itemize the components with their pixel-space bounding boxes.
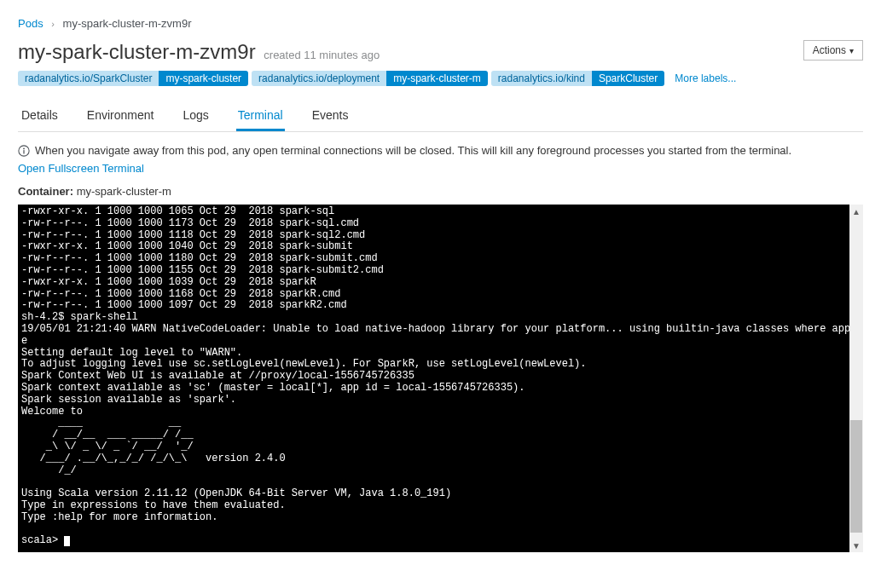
chevron-down-icon: ▾ [849, 46, 854, 55]
breadcrumb-separator: › [51, 19, 55, 29]
label-key: radanalytics.io/kind [491, 71, 592, 86]
terminal-warning: When you navigate away from this pod, an… [18, 144, 863, 157]
tab-details[interactable]: Details [20, 101, 60, 131]
page-title-block: my-spark-cluster-m-zvm9r created 11 minu… [18, 40, 380, 64]
breadcrumb-current: my-spark-cluster-m-zvm9r [63, 17, 192, 30]
label-pair[interactable]: radanalytics.io/deployment my-spark-clus… [252, 71, 488, 86]
container-name: my-spark-cluster-m [77, 185, 171, 198]
terminal-panel: -rwxr-xr-x. 1 1000 1000 1065 Oct 29 2018… [18, 205, 863, 552]
tabs: Details Environment Logs Terminal Events [18, 101, 863, 132]
label-key: radanalytics.io/SparkCluster [18, 71, 159, 86]
svg-rect-2 [23, 150, 24, 153]
tab-events[interactable]: Events [310, 101, 351, 131]
label-pair[interactable]: radanalytics.io/kind SparkCluster [491, 71, 664, 86]
actions-label: Actions [813, 44, 846, 56]
terminal-cursor [64, 536, 70, 546]
terminal-warning-text: When you navigate away from this pod, an… [35, 144, 791, 157]
tab-logs[interactable]: Logs [181, 101, 210, 131]
open-fullscreen-link[interactable]: Open Fullscreen Terminal [18, 162, 144, 175]
breadcrumb-root[interactable]: Pods [18, 17, 43, 30]
page-title: my-spark-cluster-m-zvm9r [18, 40, 256, 64]
tab-environment[interactable]: Environment [85, 101, 156, 131]
label-pair[interactable]: radanalytics.io/SparkCluster my-spark-cl… [18, 71, 248, 86]
terminal[interactable]: -rwxr-xr-x. 1 1000 1000 1065 Oct 29 2018… [18, 205, 849, 552]
scrollbar-thumb[interactable] [850, 420, 862, 533]
label-value: my-spark-cluster [159, 71, 248, 86]
more-labels-link[interactable]: More labels... [675, 72, 736, 84]
scroll-up-icon[interactable]: ▲ [849, 205, 863, 218]
breadcrumb: Pods › my-spark-cluster-m-zvm9r [18, 17, 863, 30]
actions-dropdown[interactable]: Actions ▾ [803, 40, 863, 61]
tab-terminal[interactable]: Terminal [236, 101, 285, 131]
labels-row: radanalytics.io/SparkCluster my-spark-cl… [18, 71, 863, 86]
scrollbar-track[interactable] [849, 218, 863, 539]
scrollbar[interactable]: ▲ ▼ [849, 205, 863, 552]
scroll-down-icon[interactable]: ▼ [849, 539, 863, 552]
label-value: my-spark-cluster-m [386, 71, 488, 86]
label-value: SparkCluster [592, 71, 664, 86]
container-label: Container: [18, 185, 73, 198]
label-key: radanalytics.io/deployment [252, 71, 386, 86]
svg-point-1 [23, 147, 25, 149]
created-timestamp: created 11 minutes ago [264, 49, 380, 61]
info-icon [18, 145, 30, 157]
terminal-output: -rwxr-xr-x. 1 1000 1000 1065 Oct 29 2018… [21, 205, 849, 546]
container-line: Container: my-spark-cluster-m [18, 185, 863, 198]
